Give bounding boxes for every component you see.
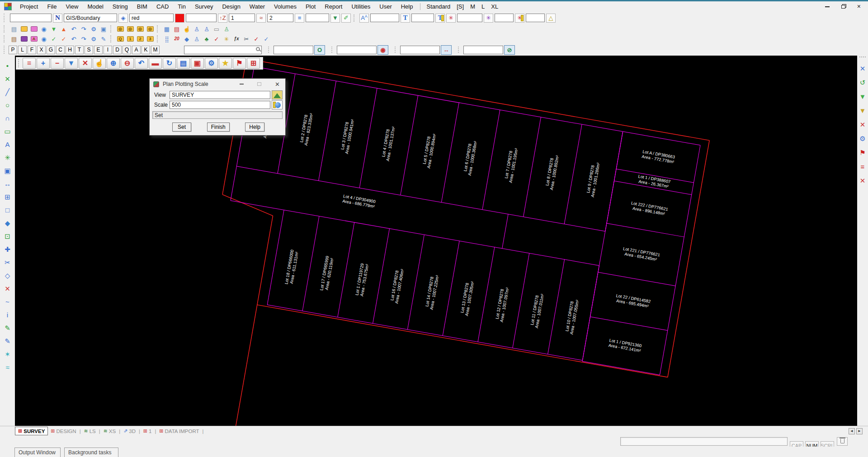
redraw-icon[interactable]: ↻ — [163, 58, 176, 69]
grid-points-icon[interactable]: ⣿ — [162, 35, 171, 43]
menu-cad[interactable]: CAD — [152, 1, 173, 12]
zoom-in-icon[interactable]: ⊕ — [107, 58, 120, 69]
redo-view-icon[interactable]: ↷ — [79, 35, 88, 43]
flag-icon[interactable]: ⚑ — [857, 146, 868, 160]
snap-button-c[interactable]: C — [56, 46, 65, 54]
swoosh-red-icon[interactable]: ✓ — [252, 35, 261, 43]
view-tab-data-import[interactable]: ⊞DATA IMPORT — [156, 427, 202, 435]
previous-view-icon[interactable]: ↶ — [135, 58, 148, 69]
menu-help[interactable]: Help — [396, 1, 418, 12]
snap-button-a[interactable]: A — [132, 46, 141, 54]
folder-3-icon[interactable]: 3 — [146, 35, 155, 43]
open-folder-icon[interactable] — [19, 25, 28, 33]
angle-icon-2[interactable]: ✳ — [484, 14, 493, 23]
globe-sync-icon[interactable]: ◉ — [39, 25, 48, 33]
laptop-icon[interactable]: ▭ — [212, 25, 221, 33]
snap-button-f[interactable]: F — [28, 46, 36, 54]
point-number-field[interactable]: 2 — [267, 14, 293, 22]
zoom-minus-icon[interactable]: − — [51, 58, 64, 69]
restore-icon[interactable] — [841, 5, 845, 9]
options-icon[interactable]: ⚙ — [89, 35, 98, 43]
diamond-icon[interactable]: ◆ — [182, 35, 191, 43]
app-logo-icon[interactable] — [4, 3, 12, 10]
view-tab-3d[interactable]: ⇗3D — [121, 427, 138, 435]
delete-icon[interactable]: ✕ — [2, 282, 14, 295]
minimize-icon[interactable] — [825, 6, 830, 7]
fit-view-icon[interactable]: ✕ — [79, 58, 92, 69]
notebook-icon[interactable]: ▤ — [9, 35, 19, 43]
edit-green-icon[interactable]: ✎ — [2, 321, 14, 335]
dialog-titlebar[interactable]: Plan Plotting Scale ✕ — [150, 79, 285, 90]
view-tab-design[interactable]: ⊞DESIGN — [48, 427, 79, 435]
snapshot-folder-icon-1[interactable]: ◎ — [116, 25, 125, 33]
create-circle-icon[interactable]: ○ — [2, 99, 14, 112]
marker-icon[interactable]: ⚑ — [233, 58, 246, 69]
image-insert-icon[interactable]: ⊡ — [2, 230, 14, 243]
triangle-icon[interactable]: △ — [546, 14, 556, 23]
set-button[interactable]: Set — [172, 122, 191, 132]
snap-button-i[interactable]: I — [104, 46, 112, 54]
string-name-field[interactable] — [10, 14, 52, 22]
user-attribute-icon[interactable]: ♙ — [192, 35, 201, 43]
create-arc-icon[interactable]: ∩ — [2, 112, 14, 125]
angle-field-1[interactable] — [457, 14, 482, 22]
selection-box-icon[interactable]: □ — [2, 203, 14, 217]
favourites-icon[interactable]: ★ — [219, 58, 232, 69]
snap-button-e[interactable]: E — [94, 46, 103, 54]
view-menu-icon[interactable]: ≡ — [23, 58, 36, 69]
view-tab-ls[interactable]: ≋LS — [81, 427, 98, 435]
move-icon[interactable]: ✚ — [2, 243, 14, 256]
panel-tab-background-tasks[interactable]: Background tasks — [64, 448, 118, 457]
dialog-close-icon[interactable]: ✕ — [275, 81, 280, 87]
snap-button-m[interactable]: M — [151, 46, 160, 54]
menu-design[interactable]: Design — [217, 1, 245, 12]
snap-axis-icon[interactable]: ⊘ — [504, 45, 515, 55]
user-icon-1[interactable]: ♙ — [192, 25, 201, 33]
create-text-icon[interactable]: A — [2, 138, 14, 151]
layout-grid-icon[interactable]: ⊞ — [247, 58, 260, 69]
snap-button-t[interactable]: T — [75, 46, 84, 54]
view-modes-icon[interactable]: ▬ — [149, 58, 162, 69]
snap-button-q[interactable]: Q — [123, 46, 131, 54]
undo-view-icon[interactable]: ↶ — [69, 35, 78, 43]
drop-gold-icon[interactable]: ▼ — [857, 104, 868, 118]
colour-field[interactable]: red — [129, 14, 174, 22]
colour-swatch[interactable] — [175, 14, 184, 23]
plot-icon[interactable]: ▤ — [177, 58, 190, 69]
line-width-icon[interactable]: ≡ — [295, 14, 304, 23]
help-button[interactable]: Help — [245, 122, 264, 132]
segments-icon[interactable]: ≡ — [857, 160, 868, 174]
text-style-field[interactable] — [370, 14, 399, 22]
menu-string[interactable]: String — [108, 1, 132, 12]
view-tab-survey[interactable]: ⊞SURVEY — [15, 427, 48, 435]
edit-notes-icon[interactable]: ✎ — [99, 35, 108, 43]
measure-width-icon[interactable]: ↔ — [441, 45, 452, 55]
trash-button[interactable] — [837, 437, 848, 446]
snap-value-field-2[interactable] — [337, 46, 377, 54]
survey-view-canvas[interactable]: Lot 1 / DP8278Area - 811.523m²Lot 2 / DP… — [15, 56, 857, 426]
angle-ruler-icon[interactable]: ✳ — [515, 14, 524, 23]
view-picker-icon[interactable] — [272, 90, 283, 99]
zoom-plus-icon[interactable]: + — [37, 58, 50, 69]
drape-icon[interactable]: ▼ — [857, 90, 868, 104]
swoosh-blue-icon[interactable]: ✓ — [262, 35, 271, 43]
panel-tab-output-window[interactable]: Output Window — [14, 448, 61, 457]
view-settings-icon[interactable]: ⚙ — [205, 58, 218, 69]
pointer-icon[interactable]: ☝ — [182, 25, 191, 33]
z-value-icon[interactable]: ↑Z — [218, 14, 227, 23]
snap-button-p[interactable]: P — [9, 46, 17, 54]
trim-icon[interactable]: ✂ — [2, 256, 14, 269]
flower-icon[interactable]: ✳ — [222, 35, 231, 43]
snap-button-s[interactable]: S — [85, 46, 93, 54]
menu-survey[interactable]: Survey — [190, 1, 217, 12]
create-node-icon[interactable]: ✕ — [2, 72, 14, 85]
user-icon-2[interactable]: ♙ — [202, 25, 211, 33]
menu-volumes[interactable]: Volumes — [269, 1, 301, 12]
text-height-field[interactable] — [411, 14, 434, 22]
scissors-icon[interactable]: ✂ — [242, 35, 251, 43]
menu-project[interactable]: Project — [15, 1, 42, 12]
profile-m[interactable]: M — [467, 3, 478, 10]
create-rectangle-icon[interactable]: ▭ — [2, 125, 14, 138]
menu-report[interactable]: Report — [320, 1, 347, 12]
info-icon[interactable]: i — [2, 308, 14, 321]
